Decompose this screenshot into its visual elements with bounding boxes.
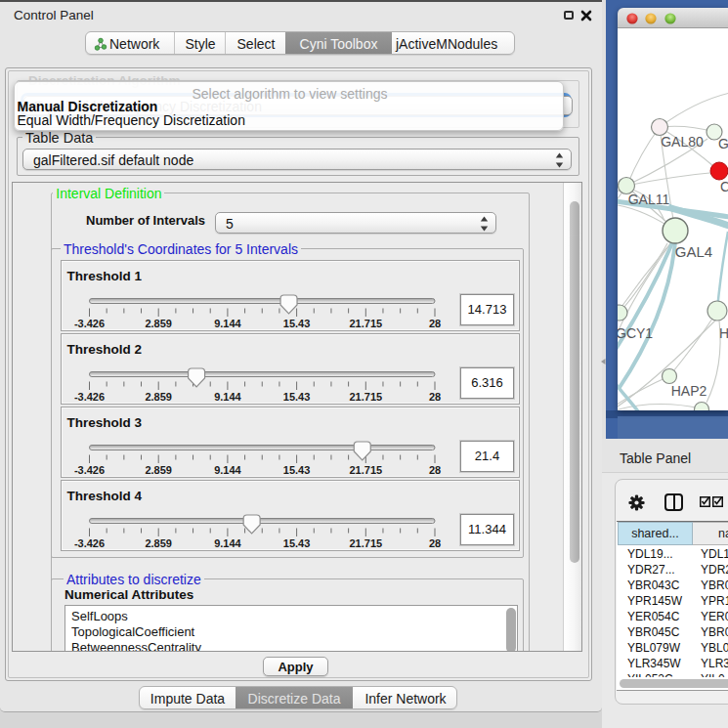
svg-text:21.715: 21.715	[349, 318, 382, 329]
svg-text:-3.426: -3.426	[74, 464, 105, 476]
svg-text:21.715: 21.715	[349, 464, 382, 476]
svg-text:GA: GA	[718, 136, 728, 151]
svg-text:9.144: 9.144	[214, 464, 241, 476]
svg-text:GAL80: GAL80	[661, 134, 704, 150]
svg-text:9.144: 9.144	[214, 318, 241, 329]
svg-text:H: H	[719, 325, 728, 341]
svg-text:15.43: 15.43	[283, 537, 311, 549]
svg-text:28: 28	[429, 391, 441, 403]
svg-text:28: 28	[429, 537, 441, 549]
svg-text:2.859: 2.859	[145, 318, 172, 329]
svg-text:-3.426: -3.426	[74, 391, 105, 403]
svg-text:GCY1: GCY1	[618, 325, 653, 341]
svg-text:15.43: 15.43	[283, 464, 311, 476]
svg-text:2.859: 2.859	[145, 464, 172, 476]
svg-text:21.715: 21.715	[349, 537, 382, 549]
svg-text:-3.426: -3.426	[74, 537, 105, 549]
svg-text:C: C	[720, 179, 728, 194]
svg-text:15.43: 15.43	[283, 318, 311, 329]
svg-text:9.144: 9.144	[214, 537, 241, 549]
svg-text:GAL4: GAL4	[675, 243, 712, 260]
svg-text:28: 28	[429, 318, 441, 329]
svg-text:-3.426: -3.426	[74, 318, 105, 329]
svg-text:9.144: 9.144	[214, 391, 241, 403]
svg-text:GAL11: GAL11	[628, 192, 670, 207]
svg-text:2.859: 2.859	[145, 537, 172, 549]
svg-text:2.859: 2.859	[145, 391, 172, 403]
svg-text:HAP2: HAP2	[671, 383, 707, 399]
svg-text:21.715: 21.715	[349, 391, 382, 403]
svg-text:15.43: 15.43	[283, 391, 311, 403]
svg-text:28: 28	[429, 464, 441, 476]
